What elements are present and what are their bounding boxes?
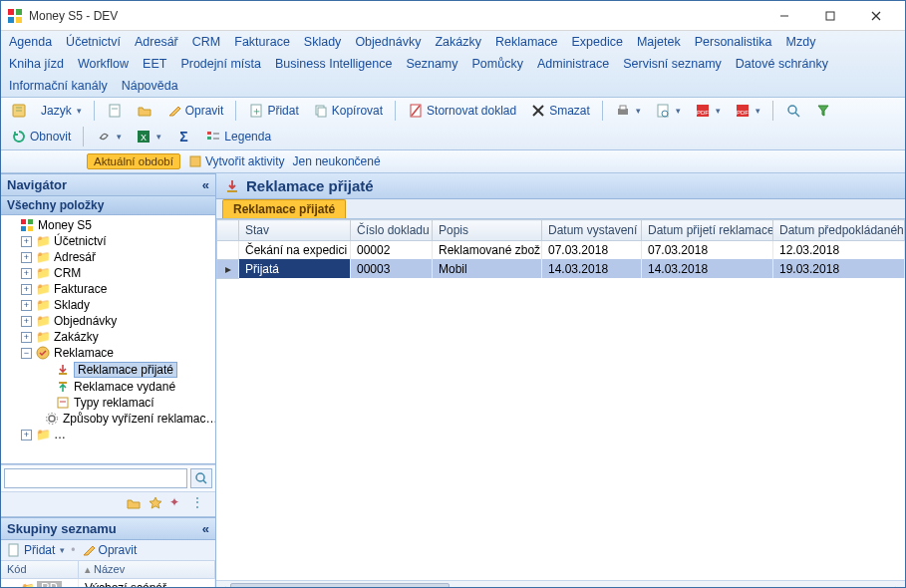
- tree-item[interactable]: Typy reklamací: [3, 395, 215, 411]
- pdf1-dropdown[interactable]: PDF: [691, 101, 725, 121]
- search-icon[interactable]: [781, 101, 805, 121]
- nav-search-input[interactable]: [4, 468, 187, 488]
- sparkle-icon[interactable]: ✦: [169, 495, 187, 513]
- maximize-button[interactable]: [807, 1, 853, 31]
- menu-item[interactable]: Administrace: [537, 57, 609, 71]
- menu-item[interactable]: Objednávky: [355, 35, 421, 49]
- menu-item[interactable]: Sklady: [304, 35, 342, 49]
- expand-icon[interactable]: +: [21, 430, 32, 441]
- expand-icon[interactable]: +: [21, 332, 32, 343]
- col-prijeti[interactable]: Datum přijetí reklamace: [642, 220, 773, 241]
- tree-item[interactable]: +📁…: [3, 427, 215, 442]
- col-kod[interactable]: Kód: [1, 561, 79, 578]
- data-grid[interactable]: Stav Číslo dokladu Popis Datum vystavení…: [216, 219, 905, 580]
- tree-item[interactable]: +📁Fakturace: [3, 281, 215, 297]
- filter-icon[interactable]: [811, 101, 835, 121]
- menu-item[interactable]: CRM: [192, 35, 220, 49]
- folder-icon[interactable]: [133, 101, 156, 121]
- menu-item[interactable]: Mzdy: [786, 35, 816, 49]
- expand-icon[interactable]: +: [21, 284, 32, 295]
- menu-item[interactable]: Informační kanály: [9, 79, 108, 93]
- col-vystaveni[interactable]: Datum vystavení: [542, 220, 642, 241]
- pridat-button[interactable]: ＋Přidat: [244, 101, 302, 121]
- menu-item[interactable]: Pomůcky: [472, 57, 523, 71]
- expand-icon[interactable]: +: [21, 236, 32, 247]
- collapse-icon[interactable]: «: [202, 521, 209, 536]
- expand-icon[interactable]: +: [21, 268, 32, 279]
- attach-dropdown[interactable]: [92, 127, 126, 147]
- expand-icon[interactable]: +: [21, 252, 32, 263]
- menu-item[interactable]: Účetnictví: [66, 35, 121, 49]
- smazat-button[interactable]: Smazat: [526, 101, 594, 121]
- tree-item[interactable]: +📁CRM: [3, 265, 215, 281]
- tree-item[interactable]: +📁Zakázky: [3, 329, 215, 345]
- groups-row[interactable]: ⋯📁RP Výchozí scénář: [1, 579, 215, 588]
- menu-item[interactable]: Expedice: [571, 35, 622, 49]
- tree-item[interactable]: +📁Objednávky: [3, 313, 215, 329]
- row-indicator-current[interactable]: ▸: [217, 259, 239, 278]
- sum-icon[interactable]: Σ: [171, 127, 195, 147]
- col-nazev[interactable]: ▴Název: [79, 561, 215, 578]
- menu-item[interactable]: Nápověda: [122, 79, 178, 93]
- preview-dropdown[interactable]: [651, 101, 685, 121]
- tree-item-reklamace-prijate[interactable]: Reklamace přijaté: [3, 361, 215, 379]
- close-button[interactable]: [853, 1, 899, 31]
- menu-item[interactable]: Servisní seznamy: [623, 57, 722, 71]
- groups-opravit-button[interactable]: Opravit: [82, 543, 138, 557]
- nav-tree[interactable]: Money S5 +📁Účetnictví +📁Adresář +📁CRM +📁…: [1, 215, 215, 464]
- obnovit-button[interactable]: Obnovit: [7, 127, 75, 147]
- minimize-button[interactable]: [761, 1, 807, 31]
- doc-icon[interactable]: [103, 101, 127, 121]
- dots-icon[interactable]: ⋮: [191, 495, 209, 513]
- menu-item[interactable]: Personalistika: [695, 35, 772, 49]
- opravit-button[interactable]: Opravit: [162, 101, 228, 121]
- menu-item[interactable]: Seznamy: [406, 57, 457, 71]
- tree-item[interactable]: +📁Sklady: [3, 297, 215, 313]
- collapse-icon[interactable]: «: [202, 177, 209, 192]
- menu-item[interactable]: Prodejní místa: [180, 57, 261, 71]
- tree-item-reklamace[interactable]: −Reklamace: [3, 345, 215, 361]
- tree-item[interactable]: +📁Účetnictví: [3, 233, 215, 249]
- vytvorit-aktivity-button[interactable]: Vytvořit aktivity: [188, 154, 285, 168]
- nav-search-button[interactable]: [190, 468, 212, 488]
- menu-item[interactable]: Business Intelligence: [275, 57, 392, 71]
- row-indicator[interactable]: [217, 241, 239, 260]
- pdf2-dropdown[interactable]: PDF: [731, 101, 764, 121]
- col-predpokladane[interactable]: Datum předpokládaného vy: [773, 220, 905, 241]
- groups-pridat-button[interactable]: Přidat: [7, 543, 65, 557]
- tree-item[interactable]: +📁Adresář: [3, 249, 215, 265]
- kopirovat-button[interactable]: Kopírovat: [309, 101, 387, 121]
- menu-item[interactable]: Agenda: [9, 35, 52, 49]
- expand-icon[interactable]: +: [21, 300, 32, 311]
- scroll-left-icon[interactable]: ◄: [216, 582, 230, 588]
- table-row-selected[interactable]: ▸ Přijatá 00003 Mobil 14.03.2018 14.03.2…: [217, 259, 905, 278]
- tab-reklamace-prijate[interactable]: Reklamace přijaté: [222, 199, 346, 218]
- star-icon[interactable]: [148, 495, 165, 513]
- menu-item[interactable]: EET: [143, 57, 166, 71]
- stornovat-button[interactable]: Stornovat doklad: [404, 101, 520, 121]
- scrollbar-thumb[interactable]: [230, 583, 450, 588]
- menu-item[interactable]: Reklamace: [495, 35, 558, 49]
- row-header-blank[interactable]: [217, 220, 239, 241]
- menu-item[interactable]: Datové schránky: [736, 57, 828, 71]
- all-items-header[interactable]: Všechny položky: [1, 196, 215, 215]
- col-popis[interactable]: Popis: [433, 220, 542, 241]
- menu-item[interactable]: Workflow: [78, 57, 129, 71]
- tree-root[interactable]: Money S5: [3, 217, 215, 233]
- collapse-icon[interactable]: −: [21, 348, 32, 359]
- menu-item[interactable]: Majetek: [637, 35, 681, 49]
- table-row[interactable]: Čekání na expedici 00002 Reklamované zbo…: [217, 241, 905, 260]
- aktualni-obdobi-button[interactable]: Aktuální období: [87, 153, 180, 169]
- tree-item[interactable]: Způsoby vyřízení reklamac…: [3, 411, 215, 427]
- print-dropdown[interactable]: [611, 101, 645, 121]
- col-stav[interactable]: Stav: [239, 220, 351, 241]
- excel-dropdown[interactable]: X: [132, 127, 165, 147]
- folder-icon[interactable]: [126, 495, 144, 513]
- horizontal-scrollbar[interactable]: ◄ ►: [216, 580, 905, 588]
- jen-neukoncene-button[interactable]: Jen neukončené: [293, 154, 381, 168]
- book-icon[interactable]: [7, 101, 31, 121]
- tree-item[interactable]: Reklamace vydané: [3, 379, 215, 395]
- col-cislo[interactable]: Číslo dokladu: [351, 220, 433, 241]
- legenda-button[interactable]: Legenda: [201, 127, 275, 147]
- menu-item[interactable]: Adresář: [135, 35, 178, 49]
